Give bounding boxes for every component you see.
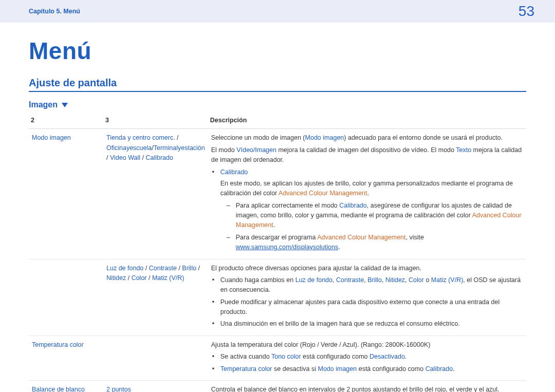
text: mejora la calidad de imagen del disposit…	[276, 146, 456, 154]
content: Menú Ajuste de pantalla Imagen 2 3 Descr…	[0, 23, 555, 392]
breadcrumb: Capítulo 5. Menú	[29, 8, 80, 15]
text: ,	[332, 276, 336, 284]
table-row: Balance de blanco 2 puntos Controla el b…	[29, 380, 526, 392]
page-title: Menú	[29, 37, 526, 65]
term: Brillo	[367, 276, 382, 284]
list-item: Cuando haga cambios en Luz de fondo, Con…	[218, 275, 523, 295]
text: .	[338, 244, 340, 251]
separator: /	[126, 274, 131, 282]
bullet-list: Calibrado En este modo, se aplican los a…	[211, 167, 523, 253]
text: ,	[405, 276, 409, 284]
menu-item-temperatura: Temperatura color	[32, 341, 84, 348]
header-strip: Capítulo 5. Menú 53	[0, 0, 555, 23]
table-row: Modo imagen Tienda y centro comerc. / Of…	[29, 129, 526, 259]
separator: /	[143, 265, 149, 272]
list-item: Una disminución en el brillo de la image…	[218, 319, 523, 329]
menu-value: Calibrado	[145, 154, 173, 161]
menu-value: Luz de fondo	[106, 265, 143, 272]
term: Matiz (V/R)	[431, 276, 464, 284]
bullet-list: Se activa cuando Tono color está configu…	[211, 352, 523, 374]
separator: /	[177, 265, 182, 272]
term: Desactivado	[369, 353, 405, 360]
text: Seleccione un modo de imagen (	[211, 134, 305, 141]
menu-value: Tienda y centro comerc.	[106, 134, 175, 141]
menu-value: Video Wall	[110, 154, 140, 161]
term: Advanced Colour Management	[317, 234, 405, 241]
list-item: Puede modificar y almacenar ajustes para…	[218, 297, 523, 318]
section-title: Ajuste de pantalla	[29, 77, 526, 89]
term: Advanced Colour Management	[279, 190, 367, 197]
text: .	[367, 190, 368, 197]
menu-value: 2 puntos	[106, 386, 131, 392]
text: .	[405, 353, 406, 360]
bullet-list: Cuando haga cambios en Luz de fondo, Con…	[211, 275, 523, 329]
page-number: 53	[519, 3, 534, 20]
text: está configurado como	[301, 353, 369, 360]
table-header-row: 2 3 Descripción	[29, 113, 526, 129]
menu-value: Nitidez	[106, 274, 126, 282]
menu-value: Color	[132, 274, 147, 282]
term: Modo imagen	[305, 134, 344, 141]
text: .	[273, 221, 275, 229]
menu-value: Oficinayescuela	[106, 144, 152, 152]
table-row: Luz de fondo / Contraste / Brillo / Niti…	[29, 259, 526, 335]
menu-value: Contraste	[149, 265, 177, 272]
menu-value: Brillo	[182, 265, 196, 272]
text: Para descargar el programa	[236, 234, 317, 241]
menu-item-modo-imagen: Modo imagen	[32, 134, 71, 141]
th-description: Descripción	[208, 113, 526, 129]
separator: /	[175, 134, 179, 141]
text: El modo	[211, 146, 236, 154]
text: está configurado como	[357, 365, 425, 372]
th-col-3: 3	[103, 113, 208, 129]
text: ,	[382, 276, 385, 284]
subsection-label: Imagen	[29, 100, 58, 109]
text: Para aplicar correctamente el modo	[236, 202, 339, 209]
description-text: Ajusta la temperatura del color (Rojo / …	[211, 340, 523, 350]
separator: /	[106, 154, 110, 161]
list-item: Se activa cuando Tono color está configu…	[218, 352, 523, 362]
table-row: Temperatura color Ajusta la temperatura …	[29, 335, 526, 380]
list-item: Para aplicar correctamente el modo Calib…	[234, 201, 523, 231]
term: Texto	[456, 146, 471, 154]
term: Calibrado	[425, 365, 453, 372]
term: Calibrado	[339, 202, 367, 209]
subsection-toggle[interactable]: Imagen	[29, 100, 68, 109]
term: Modo imagen	[318, 365, 357, 372]
term: Calibrado	[220, 169, 248, 176]
term: Temperatura color	[220, 365, 272, 372]
bullet-list: Para aplicar correctamente el modo Calib…	[220, 201, 523, 253]
menu-table: 2 3 Descripción Modo imagen Tienda y cen…	[29, 113, 526, 392]
th-col-2: 2	[29, 113, 103, 129]
list-item: Para descargar el programa Advanced Colo…	[234, 233, 523, 253]
menu-value: Matiz (V/R)	[152, 274, 184, 282]
term: Tono color	[271, 353, 301, 360]
section-rule	[29, 91, 526, 92]
list-item: Calibrado En este modo, se aplican los a…	[218, 167, 523, 253]
menu-value: Terminalyestación	[154, 144, 205, 152]
description-text: Seleccione un modo de imagen (Modo image…	[211, 133, 523, 143]
term: Contraste	[336, 276, 364, 284]
text: En este modo, se aplican los ajustes de …	[220, 179, 523, 199]
term: Color	[409, 276, 424, 284]
separator: /	[147, 274, 152, 282]
text: ) adecuado para el entorno donde se usar…	[344, 134, 503, 141]
display-solutions-link[interactable]: www.samsung.com/displaysolutions	[236, 244, 338, 251]
text: Cuando haga cambios en	[220, 276, 295, 284]
text: Se activa cuando	[220, 353, 271, 360]
term: Nitidez	[385, 276, 405, 284]
term: Luz de fondo	[295, 276, 332, 284]
term: Vídeo/Imagen	[236, 146, 276, 154]
description-text: El modo Vídeo/Imagen mejora la calidad d…	[211, 145, 523, 165]
menu-item-balance: Balance de blanco	[32, 386, 85, 392]
description-text: Controla el balance del blanco en interv…	[211, 385, 523, 392]
text: se desactiva si	[272, 365, 318, 372]
list-item: Temperatura color se desactiva si Modo i…	[218, 364, 523, 374]
description-text: El producto ofrece diversas opciones par…	[211, 264, 523, 273]
text: , visite	[406, 234, 424, 241]
text: o	[424, 276, 431, 284]
page-root: Capítulo 5. Menú 53 Menú Ajuste de panta…	[0, 0, 555, 392]
text: .	[453, 365, 454, 372]
separator: /	[196, 265, 200, 272]
chevron-down-icon	[62, 103, 68, 107]
